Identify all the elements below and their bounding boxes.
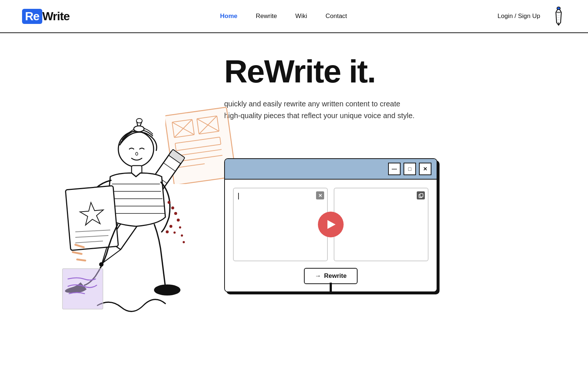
svg-point-42 xyxy=(174,212,177,215)
logo-write: Write xyxy=(42,10,69,23)
window-body: ✕ → Rewr xyxy=(225,180,437,291)
svg-point-48 xyxy=(181,234,183,237)
svg-point-36 xyxy=(154,285,180,295)
hero-subtitle: quickly and easily rewrite any written c… xyxy=(224,98,415,121)
nav-link-contact[interactable]: Contact xyxy=(326,13,347,20)
illustration-area xyxy=(29,77,243,328)
hero-section: ReWrite it. quickly and easily rewrite a… xyxy=(0,33,588,350)
svg-rect-52 xyxy=(420,194,423,197)
text-panels: ✕ xyxy=(233,188,429,261)
logo[interactable]: ReWrite xyxy=(22,9,69,24)
nav-item-rewrite[interactable]: Rewrite xyxy=(256,13,277,20)
clear-icon[interactable]: ✕ xyxy=(316,191,324,199)
monitor-stand xyxy=(309,283,353,292)
svg-rect-50 xyxy=(62,269,103,309)
svg-point-0 xyxy=(557,7,560,9)
svg-point-45 xyxy=(166,230,169,233)
svg-line-38 xyxy=(73,252,82,254)
login-signup-link[interactable]: Login / Sign Up xyxy=(498,13,540,20)
svg-point-49 xyxy=(183,241,185,243)
rewrite-button-label: Rewrite xyxy=(324,272,347,280)
play-button[interactable] xyxy=(318,212,344,237)
nav-right: Login / Sign Up xyxy=(498,6,566,26)
hero-text: ReWrite it. quickly and easily rewrite a… xyxy=(224,55,415,121)
navbar: ReWrite Home Rewrite Wiki Contact Login … xyxy=(0,0,588,33)
app-window: — □ ✕ ✕ xyxy=(224,158,437,292)
nav-item-contact[interactable]: Contact xyxy=(326,13,347,20)
nav-link-rewrite[interactable]: Rewrite xyxy=(256,13,277,20)
svg-point-47 xyxy=(179,226,181,229)
pen-icon xyxy=(551,6,566,26)
svg-point-43 xyxy=(177,219,180,222)
nav-item-home[interactable]: Home xyxy=(220,13,237,20)
svg-point-40 xyxy=(168,201,171,204)
rewrite-button[interactable]: → Rewrite xyxy=(304,268,358,284)
svg-point-44 xyxy=(169,225,172,228)
nav-links: Home Rewrite Wiki Contact xyxy=(220,13,347,20)
output-panel xyxy=(334,188,429,261)
nav-item-wiki[interactable]: Wiki xyxy=(295,13,307,20)
svg-point-19 xyxy=(118,131,154,167)
svg-point-20 xyxy=(134,126,144,132)
hero-title: ReWrite it. xyxy=(224,55,415,88)
minimize-button[interactable]: — xyxy=(388,163,401,175)
window-titlebar: — □ ✕ xyxy=(225,159,437,180)
close-button[interactable]: ✕ xyxy=(419,163,431,175)
logo-re: Re xyxy=(22,9,42,24)
hero-illustration xyxy=(29,77,243,328)
rewrite-arrow-icon: → xyxy=(315,272,321,280)
svg-point-46 xyxy=(173,231,176,234)
svg-point-41 xyxy=(171,206,174,209)
svg-line-39 xyxy=(77,259,85,261)
stand-pole xyxy=(330,283,332,292)
text-cursor xyxy=(238,193,239,199)
nav-link-wiki[interactable]: Wiki xyxy=(295,13,307,20)
play-triangle-icon xyxy=(327,220,336,229)
maximize-button[interactable]: □ xyxy=(404,163,416,175)
input-panel[interactable]: ✕ xyxy=(233,188,328,261)
nav-link-home[interactable]: Home xyxy=(220,13,237,20)
copy-icon[interactable] xyxy=(417,191,425,199)
svg-point-23 xyxy=(136,118,142,123)
